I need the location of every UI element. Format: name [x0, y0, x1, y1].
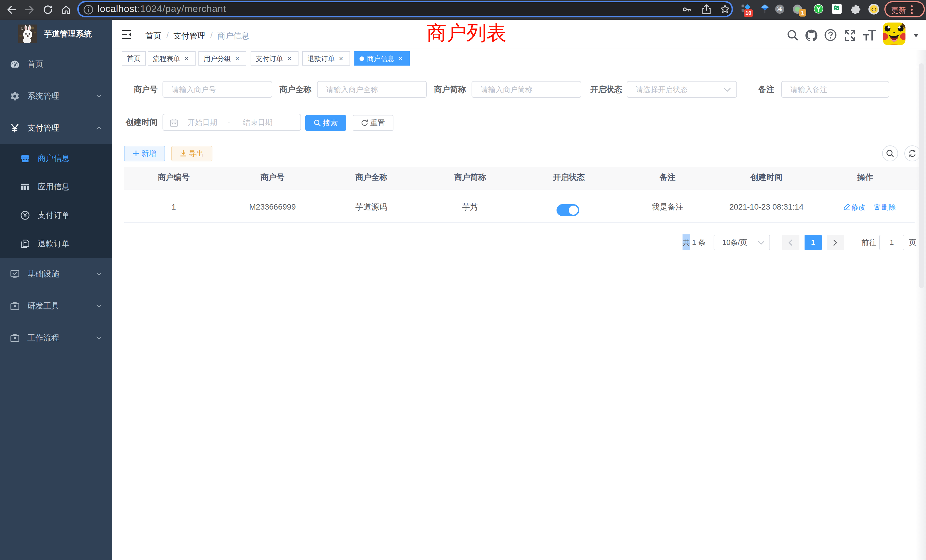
svg-text:⌘: ⌘ — [777, 6, 783, 12]
